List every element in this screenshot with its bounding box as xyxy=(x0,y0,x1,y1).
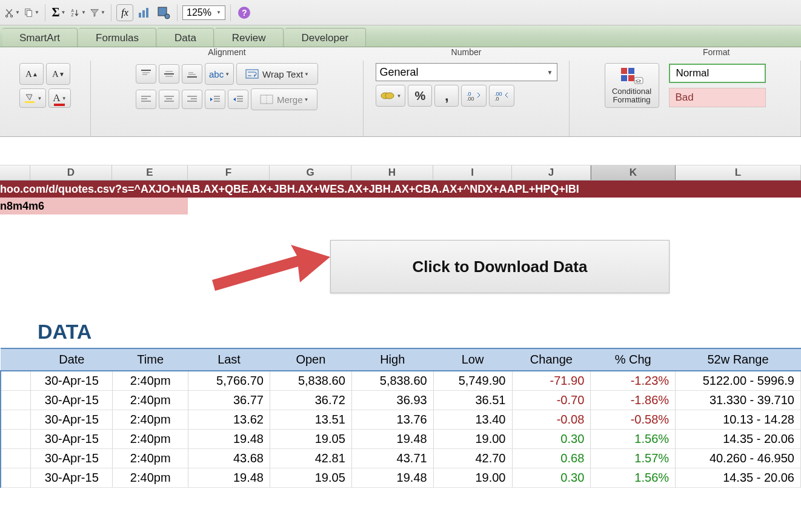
cell-time[interactable]: 2:40pm xyxy=(113,410,188,430)
cell-change[interactable]: 0.30 xyxy=(512,468,591,488)
col-head-d[interactable]: D xyxy=(30,165,112,180)
th-high[interactable]: High xyxy=(351,348,433,371)
orientation-button[interactable]: abc▼ xyxy=(205,63,234,85)
currency-button[interactable]: ▼ xyxy=(376,85,406,107)
cell-range[interactable]: 14.35 - 20.06 xyxy=(676,430,801,449)
fx-icon[interactable]: fx xyxy=(116,4,133,21)
col-head-k[interactable]: K xyxy=(591,165,676,180)
cell-date[interactable]: 30-Apr-15 xyxy=(31,410,113,430)
tab-formulas[interactable]: Formulas xyxy=(79,28,156,47)
table-row[interactable]: 30-Apr-152:40pm36.7736.7236.9336.51-0.70… xyxy=(1,391,801,410)
cell-url-part1[interactable]: hoo.com/d/quotes.csv?s=^AXJO+NAB.AX+QBE.… xyxy=(0,181,801,198)
align-bottom-button[interactable] xyxy=(182,64,202,84)
cell-date[interactable]: 30-Apr-15 xyxy=(31,468,113,488)
col-head-f[interactable]: F xyxy=(188,165,270,180)
align-left-button[interactable] xyxy=(136,90,156,109)
cell-pchg[interactable]: -1.23% xyxy=(591,371,676,391)
align-top-button[interactable] xyxy=(136,64,156,84)
th-range[interactable]: 52w Range xyxy=(676,348,801,371)
table-row[interactable]: 30-Apr-152:40pm19.4819.0519.4819.000.301… xyxy=(1,430,801,449)
cell-style-bad[interactable]: Bad xyxy=(669,88,766,107)
col-head-i[interactable]: I xyxy=(433,165,512,180)
fill-color-button[interactable]: ▼ xyxy=(19,88,46,108)
cell-date[interactable]: 30-Apr-15 xyxy=(31,391,113,410)
decrease-indent-button[interactable] xyxy=(205,90,225,109)
cell-change[interactable]: 0.68 xyxy=(512,449,591,468)
copy-icon[interactable]: ▼ xyxy=(23,4,40,21)
table-row[interactable]: 30-Apr-152:40pm13.6213.5113.7613.40-0.08… xyxy=(1,410,801,430)
cell-time[interactable]: 2:40pm xyxy=(113,449,188,468)
tab-developer[interactable]: Developer xyxy=(285,28,367,47)
cell-high[interactable]: 19.48 xyxy=(351,468,433,488)
align-right-button[interactable] xyxy=(182,90,202,109)
cell-pchg[interactable]: 1.56% xyxy=(591,430,676,449)
wrap-text-button[interactable]: Wrap Text▼ xyxy=(236,63,318,85)
zoom-level[interactable]: 125%▼ xyxy=(182,5,225,20)
conditional-formatting-button[interactable]: ≤≥ Conditional Formatting xyxy=(605,63,659,108)
cell-date[interactable]: 30-Apr-15 xyxy=(31,430,113,449)
cell-low[interactable]: 13.40 xyxy=(433,410,512,430)
align-middle-button[interactable] xyxy=(159,64,179,84)
chart-icon[interactable] xyxy=(136,4,153,21)
download-data-button[interactable]: Click to Download Data xyxy=(330,240,670,293)
table-row[interactable]: 30-Apr-152:40pm5,766.705,838.605,838.605… xyxy=(1,371,801,391)
col-head-g[interactable]: G xyxy=(270,165,351,180)
cell-high[interactable]: 13.76 xyxy=(351,410,433,430)
cell-range[interactable]: 31.330 - 39.710 xyxy=(676,391,801,410)
cell-last[interactable]: 43.68 xyxy=(188,449,270,468)
cell-date[interactable]: 30-Apr-15 xyxy=(31,371,113,391)
col-head-stub[interactable] xyxy=(0,165,30,180)
tab-data[interactable]: Data xyxy=(158,28,214,47)
increase-font-button[interactable]: A▲ xyxy=(19,63,44,85)
col-head-j[interactable]: J xyxy=(512,165,591,180)
autosum-icon[interactable]: Σ▼ xyxy=(50,4,67,21)
cell-time[interactable]: 2:40pm xyxy=(113,371,188,391)
sort-icon[interactable]: AZ ▼ xyxy=(70,4,87,21)
scissors-icon[interactable]: ▼ xyxy=(4,4,21,21)
cell-open[interactable]: 36.72 xyxy=(270,391,351,410)
increase-decimal-button[interactable]: .0.00 xyxy=(461,85,487,107)
cell-open[interactable]: 19.05 xyxy=(270,430,351,449)
align-center-button[interactable] xyxy=(159,90,179,109)
cell-change[interactable]: -0.08 xyxy=(512,410,591,430)
cell-high[interactable]: 43.71 xyxy=(351,449,433,468)
th-pchg[interactable]: % Chg xyxy=(591,348,676,371)
merge-button[interactable]: Merge▼ xyxy=(251,88,317,110)
cell-range[interactable]: 40.260 - 46.950 xyxy=(676,449,801,468)
decrease-font-button[interactable]: A▼ xyxy=(46,63,70,85)
cell-change[interactable]: 0.30 xyxy=(512,430,591,449)
help-icon[interactable]: ? xyxy=(236,4,253,21)
th-time[interactable]: Time xyxy=(113,348,188,371)
cell-range[interactable]: 5122.00 - 5996.9 xyxy=(676,371,801,391)
cell-low[interactable]: 19.00 xyxy=(433,430,512,449)
cell-style-normal[interactable]: Normal xyxy=(669,64,766,83)
increase-indent-button[interactable] xyxy=(228,90,248,109)
filter-icon[interactable]: ▼ xyxy=(89,4,106,21)
table-row[interactable]: 30-Apr-152:40pm19.4819.0519.4819.000.301… xyxy=(1,468,801,488)
cell-last[interactable]: 19.48 xyxy=(188,430,270,449)
cell-last[interactable]: 19.48 xyxy=(188,468,270,488)
cell-date[interactable]: 30-Apr-15 xyxy=(31,449,113,468)
cell-time[interactable]: 2:40pm xyxy=(113,430,188,449)
font-color-button[interactable]: A ▼ xyxy=(48,88,70,108)
cell-open[interactable]: 19.05 xyxy=(270,468,351,488)
cell-change[interactable]: -71.90 xyxy=(512,371,591,391)
cell-open[interactable]: 42.81 xyxy=(270,449,351,468)
cell-high[interactable]: 5,838.60 xyxy=(351,371,433,391)
col-head-e[interactable]: E xyxy=(112,165,188,180)
cell-time[interactable]: 2:40pm xyxy=(113,468,188,488)
cell-range[interactable]: 14.35 - 20.06 xyxy=(676,468,801,488)
cell-pchg[interactable]: 1.56% xyxy=(591,468,676,488)
decrease-decimal-button[interactable]: .00.0 xyxy=(489,85,514,107)
cell-low[interactable]: 42.70 xyxy=(433,449,512,468)
cell-last[interactable]: 36.77 xyxy=(188,391,270,410)
cell-last[interactable]: 5,766.70 xyxy=(188,371,270,391)
th-date[interactable]: Date xyxy=(31,348,113,371)
th-last[interactable]: Last xyxy=(188,348,270,371)
cell-low[interactable]: 36.51 xyxy=(433,391,512,410)
gallery-icon[interactable] xyxy=(155,4,172,21)
number-format-select[interactable]: General ▼ xyxy=(376,63,557,81)
cell-url-part2[interactable]: n8m4m6 xyxy=(0,198,188,214)
col-head-l[interactable]: L xyxy=(676,165,801,180)
col-head-h[interactable]: H xyxy=(351,165,433,180)
